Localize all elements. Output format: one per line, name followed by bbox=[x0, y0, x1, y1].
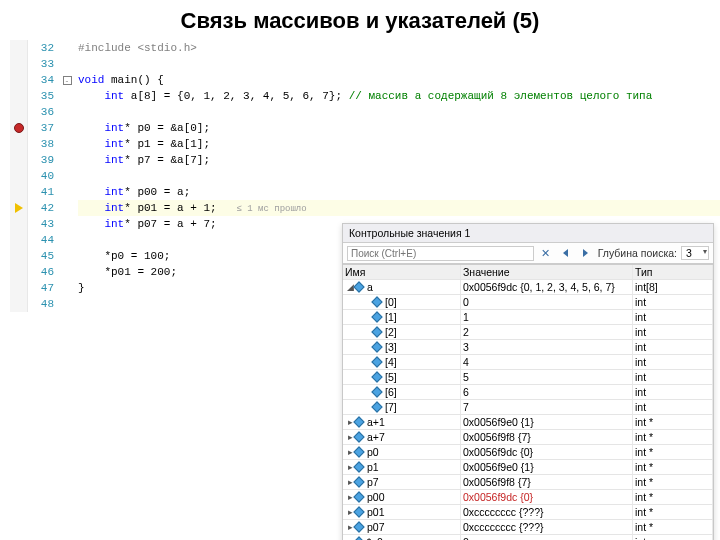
watch-title: Контрольные значения 1 bbox=[343, 224, 713, 243]
watch-row[interactable]: ▸p00x0056f9dc {0}int * bbox=[343, 445, 713, 460]
variable-icon bbox=[353, 521, 364, 532]
line-number: 32 bbox=[28, 40, 54, 56]
var-value: 0x0056f9dc {0, 1, 2, 3, 4, 5, 6, 7} bbox=[461, 280, 633, 294]
line-number: 38 bbox=[28, 136, 54, 152]
watch-row[interactable]: ▸a+70x0056f9f8 {7}int * bbox=[343, 430, 713, 445]
variable-icon bbox=[371, 296, 382, 307]
var-name: p1 bbox=[367, 461, 379, 473]
var-name: p0 bbox=[367, 446, 379, 458]
watch-row[interactable]: [1]1int bbox=[343, 310, 713, 325]
var-name: [2] bbox=[385, 326, 397, 338]
var-type: int * bbox=[633, 475, 713, 489]
variable-icon bbox=[371, 356, 382, 367]
var-type: int bbox=[633, 310, 713, 324]
prev-result-icon[interactable] bbox=[558, 245, 574, 261]
fold-column[interactable]: - bbox=[60, 40, 74, 312]
current-line-arrow-icon bbox=[15, 203, 23, 213]
watch-row[interactable]: ▸p010xcccccccc {???}int * bbox=[343, 505, 713, 520]
watch-row[interactable]: ▸p000x0056f9dc {0}int * bbox=[343, 490, 713, 505]
line-number: 34 bbox=[28, 72, 54, 88]
var-type: int[8] bbox=[633, 280, 713, 294]
var-name: [0] bbox=[385, 296, 397, 308]
watch-row[interactable]: [3]3int bbox=[343, 340, 713, 355]
variable-icon bbox=[353, 281, 364, 292]
watch-row[interactable]: ▸p070xcccccccc {???}int * bbox=[343, 520, 713, 535]
next-result-icon[interactable] bbox=[578, 245, 594, 261]
watch-row[interactable]: [5]5int bbox=[343, 370, 713, 385]
watch-row[interactable]: ▸p70x0056f9f8 {7}int * bbox=[343, 475, 713, 490]
var-value: 0xcccccccc {???} bbox=[461, 505, 633, 519]
comment: // массив a содержащий 8 элементов целог… bbox=[349, 90, 653, 102]
var-type: int * bbox=[633, 430, 713, 444]
var-name: a+7 bbox=[367, 431, 385, 443]
var-value: 0xcccccccc {???} bbox=[461, 520, 633, 534]
var-name: [4] bbox=[385, 356, 397, 368]
var-value: 4 bbox=[461, 355, 633, 369]
watch-row[interactable]: ▸p10x0056f9e0 {1}int * bbox=[343, 460, 713, 475]
variable-icon bbox=[371, 326, 382, 337]
var-name: [3] bbox=[385, 341, 397, 353]
watch-row[interactable]: [7]7int bbox=[343, 400, 713, 415]
line-number: 40 bbox=[28, 168, 54, 184]
var-name: *p0 bbox=[367, 536, 383, 540]
var-value: 0x0056f9f8 {7} bbox=[461, 430, 633, 444]
col-type[interactable]: Тип bbox=[633, 265, 713, 279]
fold-toggle-icon[interactable]: - bbox=[63, 76, 72, 85]
include-file: <stdio.h> bbox=[137, 42, 196, 54]
var-name: p00 bbox=[367, 491, 385, 503]
variable-icon bbox=[353, 536, 364, 540]
watch-row[interactable]: ▸a+10x0056f9e0 {1}int * bbox=[343, 415, 713, 430]
breakpoint-margin[interactable] bbox=[10, 40, 28, 312]
var-type: int bbox=[633, 385, 713, 399]
var-type: int bbox=[633, 400, 713, 414]
line-number: 48 bbox=[28, 296, 54, 312]
var-value: 0x0056f9e0 {1} bbox=[461, 460, 633, 474]
slide-title: Связь массивов и указателей (5) bbox=[0, 0, 720, 40]
watch-window[interactable]: Контрольные значения 1 ✕ Глубина поиска:… bbox=[342, 223, 714, 540]
depth-stepper[interactable]: 3 bbox=[681, 246, 709, 260]
watch-row[interactable]: *p00int bbox=[343, 535, 713, 540]
var-value: 6 bbox=[461, 385, 633, 399]
watch-header-row: Имя Значение Тип bbox=[343, 264, 713, 280]
var-name: [6] bbox=[385, 386, 397, 398]
var-value: 1 bbox=[461, 310, 633, 324]
variable-icon bbox=[371, 371, 382, 382]
variable-icon bbox=[371, 401, 382, 412]
var-type: int * bbox=[633, 445, 713, 459]
line-numbers: 3233343536373839404142434445464748 bbox=[28, 40, 60, 312]
variable-icon bbox=[371, 311, 382, 322]
line-number: 47 bbox=[28, 280, 54, 296]
variable-icon bbox=[353, 431, 364, 442]
var-type: int * bbox=[633, 415, 713, 429]
line-number: 35 bbox=[28, 88, 54, 104]
variable-icon bbox=[371, 386, 382, 397]
watch-row[interactable]: [2]2int bbox=[343, 325, 713, 340]
var-value: 0x0056f9dc {0} bbox=[461, 490, 633, 504]
watch-row[interactable]: [4]4int bbox=[343, 355, 713, 370]
var-type: int bbox=[633, 295, 713, 309]
line-number: 46 bbox=[28, 264, 54, 280]
col-value[interactable]: Значение bbox=[461, 265, 633, 279]
watch-toolbar: ✕ Глубина поиска: 3 bbox=[343, 243, 713, 264]
breakpoint-icon[interactable] bbox=[14, 123, 24, 133]
var-value: 0 bbox=[461, 295, 633, 309]
col-name[interactable]: Имя bbox=[343, 265, 461, 279]
var-type: int * bbox=[633, 460, 713, 474]
var-type: int * bbox=[633, 505, 713, 519]
watch-rows: ◢a0x0056f9dc {0, 1, 2, 3, 4, 5, 6, 7}int… bbox=[343, 280, 713, 540]
line-number: 37 bbox=[28, 120, 54, 136]
var-value: 3 bbox=[461, 340, 633, 354]
line-number: 36 bbox=[28, 104, 54, 120]
var-type: int * bbox=[633, 520, 713, 534]
watch-row[interactable]: [0]0int bbox=[343, 295, 713, 310]
watch-row[interactable]: [6]6int bbox=[343, 385, 713, 400]
clear-search-icon[interactable]: ✕ bbox=[538, 245, 554, 261]
watch-search-input[interactable] bbox=[347, 246, 534, 261]
var-name: [1] bbox=[385, 311, 397, 323]
line-number: 41 bbox=[28, 184, 54, 200]
variable-icon bbox=[353, 491, 364, 502]
watch-row[interactable]: ◢a0x0056f9dc {0, 1, 2, 3, 4, 5, 6, 7}int… bbox=[343, 280, 713, 295]
var-value: 7 bbox=[461, 400, 633, 414]
var-type: int * bbox=[633, 490, 713, 504]
line-number: 33 bbox=[28, 56, 54, 72]
